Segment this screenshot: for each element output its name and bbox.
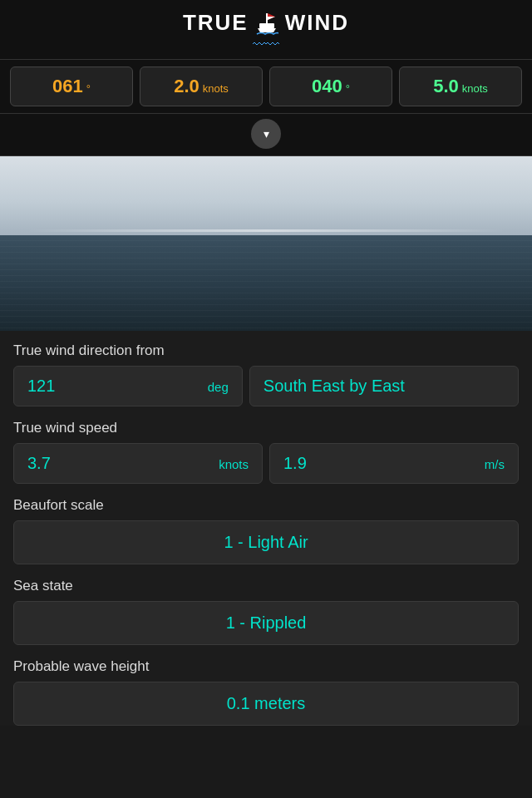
label-wind-speed: True wind speed <box>13 408 519 443</box>
metric-unit-0: ° <box>86 82 91 95</box>
title-right: WIND <box>285 10 349 36</box>
metric-unit-2: ° <box>346 82 350 95</box>
label-wind-direction: True wind direction from <box>13 331 519 366</box>
wave-height-value: 0.1 meters <box>227 694 305 713</box>
app-title: TRUE WIND <box>0 10 532 36</box>
metric-box-1: 2.0 knots <box>140 66 263 106</box>
metric-unit-1: knots <box>203 82 229 95</box>
wind-speed-ms-box: 1.9 m/s <box>269 443 519 484</box>
wind-direction-row: 121 deg South East by East <box>13 366 519 406</box>
dropdown-button[interactable]: ▾ <box>251 119 281 149</box>
metric-unit-3: knots <box>462 82 488 95</box>
label-sea-state: Sea state <box>13 566 519 601</box>
chevron-down-icon: ▾ <box>264 127 269 140</box>
metrics-bar: 061 ° 2.0 knots 040 ° 5.0 knots <box>0 60 532 114</box>
wind-speed-knots-box: 3.7 knots <box>13 443 263 484</box>
main-content: True wind direction from 121 deg South E… <box>0 331 532 726</box>
wind-direction-value: 121 <box>27 377 55 396</box>
metric-value-0: 061 <box>52 76 83 97</box>
metric-box-2: 040 ° <box>269 66 392 106</box>
wind-speed-ms-value: 1.9 <box>283 454 307 473</box>
title-left: TRUE <box>183 10 249 36</box>
header: TRUE WIND 〰〰 <box>0 0 532 60</box>
sea-state-value: 1 - Rippled <box>226 613 307 633</box>
ocean-ripples <box>0 235 532 332</box>
wind-speed-knots-value: 3.7 <box>27 454 51 473</box>
ocean-sparkle <box>0 229 532 232</box>
metric-value-2: 040 <box>312 76 342 97</box>
wind-direction-deg-box: 121 deg <box>13 366 243 406</box>
ship-icon <box>255 12 278 35</box>
wave-height-box: 0.1 meters <box>13 682 519 726</box>
waves-decoration: 〰〰 <box>0 37 532 52</box>
dropdown-bar: ▾ <box>0 114 532 156</box>
wind-direction-compass-box: South East by East <box>249 366 519 406</box>
wind-direction-compass: South East by East <box>264 377 405 396</box>
wind-speed-row: 3.7 knots 1.9 m/s <box>13 443 519 484</box>
wind-direction-unit: deg <box>208 380 229 394</box>
ocean-image <box>0 156 532 331</box>
label-wave-height: Probable wave height <box>13 647 519 682</box>
beaufort-box: 1 - Light Air <box>13 520 519 564</box>
metric-value-3: 5.0 <box>433 76 459 97</box>
wind-speed-knots-unit: knots <box>219 457 249 471</box>
metric-box-0: 061 ° <box>10 66 133 106</box>
metric-value-1: 2.0 <box>174 76 200 97</box>
svg-rect-0 <box>266 13 268 23</box>
wind-speed-ms-unit: m/s <box>485 457 505 471</box>
sea-state-box: 1 - Rippled <box>13 601 519 645</box>
svg-rect-3 <box>259 23 274 28</box>
label-beaufort: Beaufort scale <box>13 485 519 520</box>
svg-marker-2 <box>268 17 275 20</box>
svg-marker-4 <box>258 28 276 32</box>
beaufort-value: 1 - Light Air <box>224 533 308 552</box>
metric-box-3: 5.0 knots <box>399 66 522 106</box>
